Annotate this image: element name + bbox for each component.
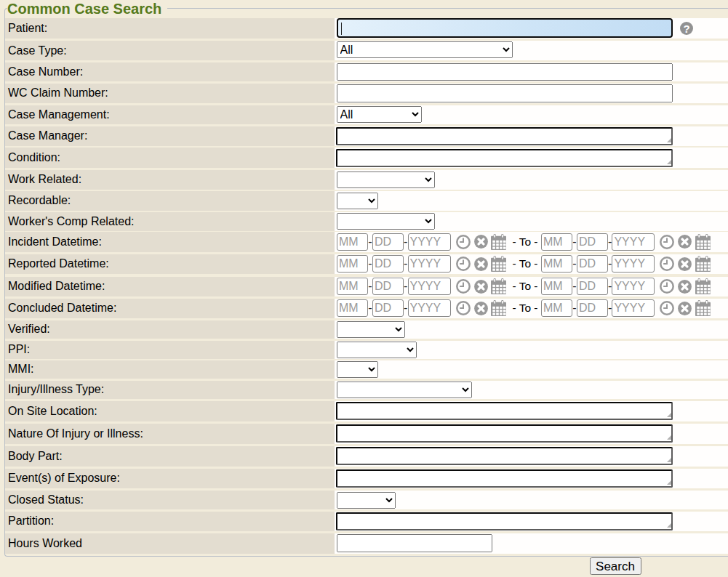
svg-text:?: ? (683, 22, 689, 34)
